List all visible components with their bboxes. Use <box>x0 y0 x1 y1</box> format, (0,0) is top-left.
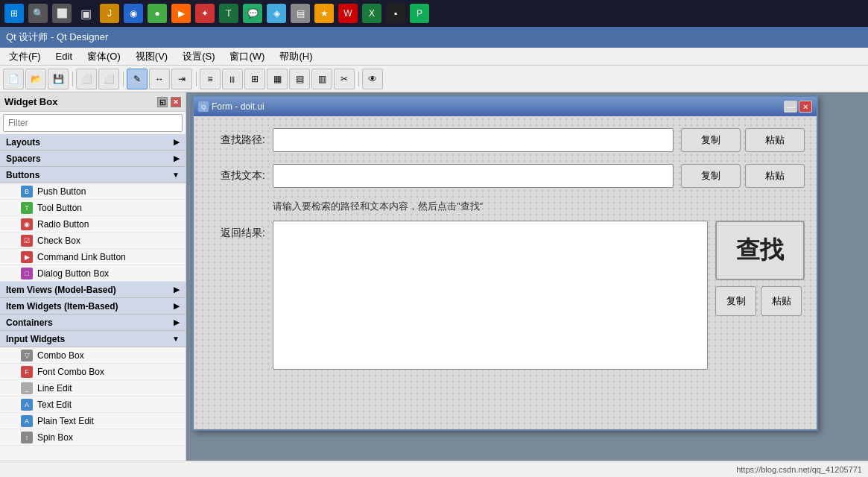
taskbar-app14[interactable]: ▪ <box>386 4 405 23</box>
widget-item-dialog-button-box[interactable]: □ Dialog Button Box <box>0 265 186 282</box>
item-widgets-arrow-icon: ▶ <box>174 302 180 310</box>
search-path-input[interactable] <box>273 128 674 152</box>
app-title: Qt 设计师 - Qt Designer <box>6 31 108 44</box>
category-spacers[interactable]: Spacers ▶ <box>0 151 186 167</box>
search-path-copy-btn[interactable]: 复制 <box>681 128 741 152</box>
toolbar-sep2 <box>121 69 125 89</box>
search-path-label: 查找路径: <box>206 133 265 147</box>
tool-button-icon: T <box>21 202 33 214</box>
search-path-paste-btn[interactable]: 粘贴 <box>745 128 805 152</box>
taskbar-app2[interactable]: J <box>100 4 119 23</box>
widget-item-plain-text-edit[interactable]: A Plain Text Edit <box>0 413 186 429</box>
category-item-views[interactable]: Item Views (Model-Based) ▶ <box>0 282 186 298</box>
category-layouts[interactable]: Layouts ▶ <box>0 134 186 151</box>
toolbar-open[interactable]: 📂 <box>25 69 46 89</box>
results-paste-btn[interactable]: 粘贴 <box>761 286 802 316</box>
menu-view[interactable]: 视图(V) <box>130 48 174 65</box>
widget-item-tool-button[interactable]: T Tool Button <box>0 200 186 216</box>
toolbar-tab-order[interactable]: ⇥ <box>171 69 192 89</box>
category-input-widgets[interactable]: Input Widgets ▼ <box>0 331 186 347</box>
taskbar-app3[interactable]: ◉ <box>124 4 143 23</box>
widget-box-close-btn[interactable]: ✕ <box>171 97 181 107</box>
toolbar-layout-v2[interactable]: ▥ <box>311 69 332 89</box>
menu-window[interactable]: 窗口(W) <box>224 48 270 65</box>
radio-button-label: Radio Button <box>37 219 89 230</box>
toolbar-layout-grid[interactable]: ⊞ <box>244 69 265 89</box>
taskbar-app6[interactable]: ✦ <box>195 4 215 23</box>
widget-item-radio-button[interactable]: ◉ Radio Button <box>0 216 186 233</box>
toolbar-copy-form[interactable]: ⬜ <box>76 69 97 89</box>
search-text-input[interactable] <box>273 164 674 188</box>
taskbar-app15[interactable]: P <box>410 4 429 23</box>
category-containers[interactable]: Containers ▶ <box>0 315 186 331</box>
toolbar-layout-h2[interactable]: ▤ <box>289 69 310 89</box>
taskbar-app12[interactable]: W <box>338 4 358 23</box>
dialog-button-box-label: Dialog Button Box <box>37 268 109 279</box>
text-edit-icon: A <box>21 399 33 411</box>
hint-text: 请输入要检索的路径和文本内容，然后点击"查找" <box>206 200 805 213</box>
widget-item-line-edit[interactable]: _ Line Edit <box>0 380 186 397</box>
widget-box-restore-btn[interactable]: ◱ <box>157 97 168 107</box>
toolbar-signal[interactable]: ↔ <box>149 69 170 89</box>
category-buttons[interactable]: Buttons ▼ <box>0 167 186 183</box>
taskbar-app1[interactable]: ▣ <box>76 4 95 23</box>
widget-item-command-link[interactable]: ▶ Command Link Button <box>0 249 186 265</box>
search-text-row: 查找文本: 复制 粘贴 <box>206 164 805 188</box>
widget-filter-input[interactable] <box>3 114 183 132</box>
form-close-btn[interactable]: ✕ <box>799 101 812 113</box>
toolbar-save[interactable]: 💾 <box>48 69 69 89</box>
toolbar-new[interactable]: 📄 <box>3 69 24 89</box>
category-input-widgets-label: Input Widgets <box>6 334 65 344</box>
results-copy-btn[interactable]: 复制 <box>715 286 756 316</box>
text-edit-label: Text Edit <box>37 399 72 410</box>
category-buttons-label: Buttons <box>6 170 39 180</box>
spacers-arrow-icon: ▶ <box>174 154 180 162</box>
taskbar-app7[interactable]: T <box>219 4 238 23</box>
results-textarea[interactable] <box>273 221 708 370</box>
widget-item-text-edit[interactable]: A Text Edit <box>0 397 186 413</box>
toolbar-widget-edit[interactable]: ✎ <box>127 69 148 89</box>
category-spacers-label: Spacers <box>6 154 41 164</box>
toolbar-preview[interactable]: 👁 <box>362 69 383 89</box>
toolbar-layout-v[interactable]: ⫼ <box>222 69 243 89</box>
widget-box-title: Widget Box ◱ ✕ <box>0 92 186 112</box>
toolbar-layout-h[interactable]: ≡ <box>200 69 221 89</box>
widget-box: Widget Box ◱ ✕ Layouts ▶ Spacers ▶ <box>0 92 186 461</box>
menu-edit[interactable]: Edit <box>50 49 78 63</box>
search-text-copy-btn[interactable]: 复制 <box>681 164 741 188</box>
start-button[interactable]: ⊞ <box>4 4 24 23</box>
taskbar-app9[interactable]: ◈ <box>267 4 286 23</box>
plain-text-edit-icon: A <box>21 415 33 427</box>
menu-help[interactable]: 帮助(H) <box>273 48 318 65</box>
category-item-widgets[interactable]: Item Widgets (Item-Based) ▶ <box>0 298 186 315</box>
toolbar-sep1 <box>70 69 75 89</box>
widget-box-title-buttons: ◱ ✕ <box>157 97 181 107</box>
widget-item-check-box[interactable]: ☑ Check Box <box>0 233 186 249</box>
toolbar-layout-form[interactable]: ▦ <box>267 69 288 89</box>
taskbar-app13[interactable]: X <box>362 4 381 23</box>
taskbar-app4[interactable]: ● <box>148 4 167 23</box>
search-text-paste-btn[interactable]: 粘贴 <box>745 164 805 188</box>
form-icon: Q <box>198 101 209 112</box>
widget-item-push-button[interactable]: B Push Button <box>0 183 186 200</box>
menu-file[interactable]: 文件(F) <box>3 48 47 65</box>
task-view-icon[interactable]: ⬜ <box>52 4 72 23</box>
menu-form[interactable]: 窗体(O) <box>81 48 127 65</box>
menu-settings[interactable]: 设置(S) <box>177 48 221 65</box>
containers-arrow-icon: ▶ <box>174 318 180 326</box>
search-button[interactable]: 查找 <box>715 221 805 280</box>
widget-item-font-combo-box[interactable]: F Font Combo Box <box>0 364 186 380</box>
taskbar-app5[interactable]: ▶ <box>171 4 191 23</box>
toolbar-break-layout[interactable]: ✂ <box>334 69 355 89</box>
search-taskbar-icon[interactable]: 🔍 <box>28 4 48 23</box>
design-area: Q Form - doit.ui — ✕ 查找路径: 复制 <box>186 92 868 461</box>
taskbar-app8[interactable]: 💬 <box>243 4 262 23</box>
spin-box-icon: ↕ <box>21 432 33 443</box>
toolbar-paste-form[interactable]: ⬜ <box>98 69 119 89</box>
taskbar-app10[interactable]: ▤ <box>291 4 310 23</box>
form-minimize-btn[interactable]: — <box>784 101 797 113</box>
form-title-bar: Q Form - doit.ui — ✕ <box>194 97 817 116</box>
taskbar-app11[interactable]: ★ <box>314 4 334 23</box>
widget-item-combo-box[interactable]: ▽ Combo Box <box>0 347 186 364</box>
widget-item-spin-box[interactable]: ↕ Spin Box <box>0 429 186 446</box>
